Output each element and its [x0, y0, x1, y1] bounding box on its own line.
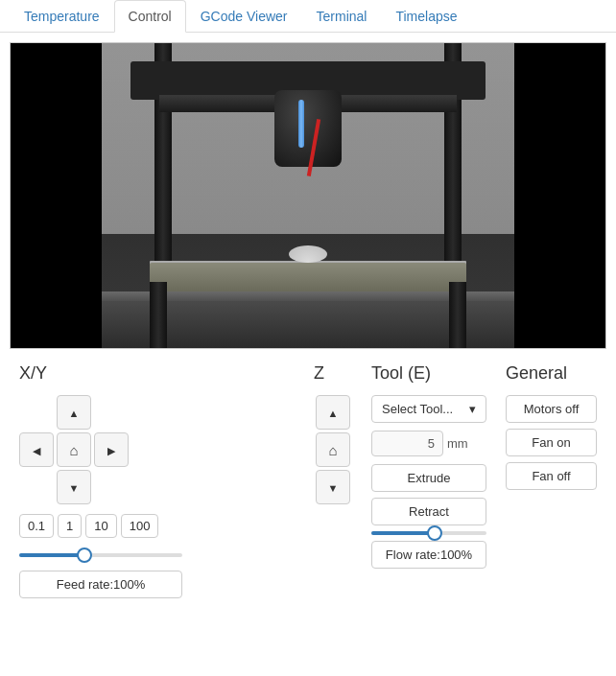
retract-button[interactable]: Retract	[371, 498, 486, 525]
xy-left-button[interactable]	[19, 432, 54, 467]
mm-unit-label: mm	[447, 436, 468, 451]
mm-input-row: mm	[371, 431, 486, 456]
select-tool-button[interactable]: Select Tool... ▾	[371, 395, 486, 423]
xy-title: X/Y	[19, 363, 295, 384]
fan-on-button[interactable]: Fan on	[506, 429, 597, 456]
z-arrow-up-icon	[328, 405, 339, 420]
tab-terminal[interactable]: Terminal	[302, 0, 382, 33]
z-home-icon	[328, 442, 337, 458]
z-up-button[interactable]	[316, 395, 350, 430]
xy-down-button[interactable]	[57, 470, 91, 504]
arrow-down-icon	[69, 479, 80, 495]
feed-rate-track	[19, 553, 182, 557]
flow-rate-slider-container[interactable]	[371, 531, 486, 535]
xy-step-buttons: 0.1 1 10 100	[19, 514, 295, 538]
arrow-up-icon	[69, 405, 80, 420]
feed-rate-thumb[interactable]	[77, 548, 92, 563]
controls-panel: X/Y	[10, 359, 606, 603]
fan-off-button[interactable]: Fan off	[506, 462, 597, 490]
flow-rate-thumb[interactable]	[427, 525, 442, 541]
xy-grid	[19, 395, 295, 504]
tool-title: Tool (E)	[371, 363, 486, 384]
general-section: General Motors off Fan on Fan off	[496, 359, 606, 603]
feed-rate-button[interactable]: Feed rate:100%	[19, 571, 182, 598]
flow-rate-fill	[371, 531, 435, 535]
tab-temperature[interactable]: Temperature	[10, 0, 114, 33]
extrude-button[interactable]: Extrude	[371, 464, 486, 492]
flow-rate-track	[371, 531, 486, 535]
main-content: X/Y	[0, 33, 616, 613]
step-10-button[interactable]: 10	[85, 514, 116, 538]
arrow-left-icon	[33, 442, 40, 457]
tab-timelapse[interactable]: Timelapse	[381, 0, 471, 33]
tab-bar: Temperature Control GCode Viewer Termina…	[0, 0, 616, 33]
z-home-button[interactable]	[316, 432, 350, 467]
arrow-right-icon	[107, 442, 115, 457]
step-0.1-button[interactable]: 0.1	[19, 514, 54, 538]
xy-section: X/Y	[10, 359, 304, 603]
z-arrow-down-icon	[328, 479, 339, 495]
flow-rate-button[interactable]: Flow rate:100%	[371, 541, 486, 569]
z-down-button[interactable]	[316, 470, 350, 504]
z-controls	[314, 395, 352, 504]
select-tool-label: Select Tool...	[382, 402, 453, 416]
printer-image	[102, 42, 514, 349]
xy-right-button[interactable]	[94, 432, 129, 467]
select-tool-caret-icon: ▾	[469, 402, 476, 416]
motors-off-button[interactable]: Motors off	[506, 395, 597, 423]
tab-control[interactable]: Control	[114, 0, 186, 33]
mm-input[interactable]	[371, 431, 443, 456]
general-title: General	[506, 363, 597, 384]
tool-section: Tool (E) Select Tool... ▾ mm Extrude Ret…	[362, 359, 496, 603]
feed-rate-fill	[19, 553, 84, 557]
step-100-button[interactable]: 100	[121, 514, 159, 538]
xy-home-button[interactable]	[57, 432, 91, 467]
z-section: Z	[304, 359, 362, 603]
camera-feed	[10, 42, 606, 349]
step-1-button[interactable]: 1	[58, 514, 82, 538]
xy-up-button[interactable]	[57, 395, 91, 430]
home-icon	[69, 442, 78, 458]
z-title: Z	[314, 363, 352, 384]
feed-rate-slider-container[interactable]	[19, 546, 295, 565]
tab-gcode-viewer[interactable]: GCode Viewer	[186, 0, 302, 33]
